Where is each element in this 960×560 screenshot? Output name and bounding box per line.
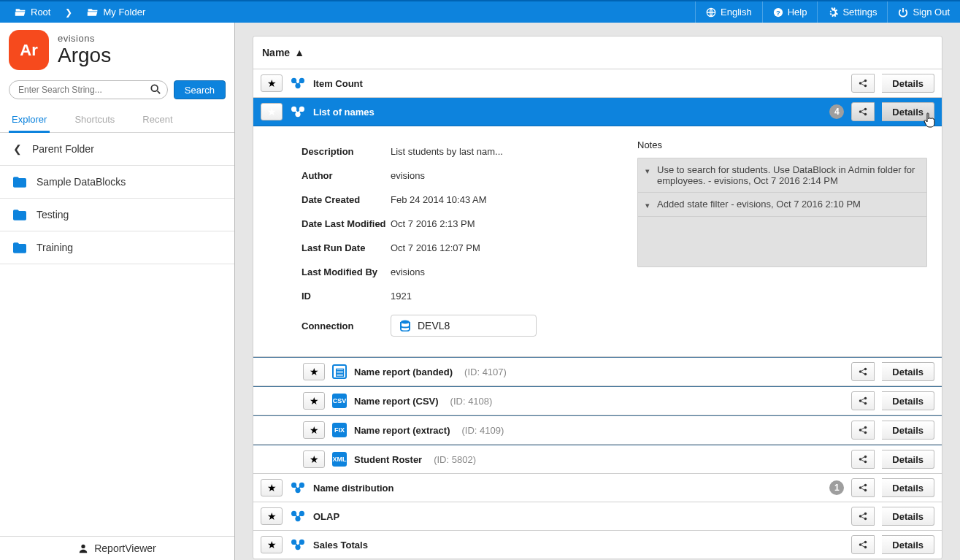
meta-val-description: List students by last nam... [391, 146, 503, 157]
favorite-button[interactable]: ★ [261, 479, 283, 496]
favorite-button[interactable]: ★ [261, 74, 283, 92]
details-button[interactable]: Details [882, 535, 934, 554]
svg-point-22 [864, 397, 867, 400]
datablock-row-item-count[interactable]: ★ Item Count Details [253, 69, 942, 98]
favorite-button[interactable]: ★ [303, 421, 325, 439]
details-button[interactable]: Details [882, 102, 934, 121]
settings-label: Settings [842, 7, 877, 18]
report-row-banded[interactable]: ★ ▤ Name report (banded) (ID: 4107) Deta… [253, 357, 942, 386]
meta-label-lastrun: Last Run Date [302, 242, 391, 253]
current-user: ReportViewer [94, 542, 156, 554]
parent-folder[interactable]: ❮ Parent Folder [0, 133, 234, 166]
details-button[interactable]: Details [882, 391, 934, 410]
favorite-button[interactable]: ★ [261, 507, 283, 525]
meta-label-id: ID [302, 291, 391, 302]
breadcrumb-root[interactable]: Root [7, 7, 58, 18]
note-text: Use to search for students. Use DataBloc… [657, 164, 919, 186]
details-button[interactable]: Details [882, 478, 934, 497]
folder-label: Sample DataBlocks [37, 176, 126, 188]
share-button[interactable] [851, 391, 875, 410]
favorite-button[interactable]: ★ [303, 450, 325, 468]
note-item[interactable]: ▾ Use to search for students. Use DataBl… [638, 158, 926, 193]
meta-val-id: 1921 [391, 291, 412, 302]
sidebar-footer: ReportViewer [0, 536, 234, 560]
datablock-icon [290, 77, 306, 90]
search-button[interactable]: Search [174, 80, 226, 99]
search-input[interactable] [9, 80, 168, 99]
datablock-icon [290, 481, 306, 494]
notes-count-badge: 4 [829, 104, 844, 119]
folder-icon [13, 177, 26, 188]
meta-val-modified: Oct 7 2016 2:13 PM [391, 218, 475, 229]
connection-value: DEVL8 [418, 320, 450, 331]
gear-icon [828, 7, 838, 18]
tab-shortcuts[interactable]: Shortcuts [72, 108, 118, 132]
datablock-row-sales-totals[interactable]: ★ Sales Totals Details [253, 531, 942, 559]
parent-folder-label: Parent Folder [32, 143, 94, 155]
favorite-button[interactable]: ★ [303, 363, 325, 380]
language-button[interactable]: English [695, 1, 762, 23]
meta-val-created: Feb 24 2014 10:43 AM [391, 194, 487, 205]
report-csv-icon: CSV [332, 394, 347, 408]
help-icon: ? [773, 7, 783, 18]
report-row-extract[interactable]: ★ FIX Name report (extract) (ID: 4109) D… [253, 415, 942, 445]
report-row-csv[interactable]: ★ CSV Name report (CSV) (ID: 4108) Detai… [253, 386, 942, 415]
breadcrumb-current[interactable]: My Folder [80, 7, 153, 18]
svg-point-41 [864, 518, 867, 521]
chevron-down-icon: ▾ [645, 199, 650, 210]
details-button[interactable]: Details [882, 507, 934, 526]
datablock-row-name-distribution[interactable]: ★ Name distribution 1 Details [253, 474, 942, 502]
connection-select[interactable]: DEVL8 [391, 315, 537, 337]
sort-asc-icon: ▲ [294, 47, 304, 58]
folder-list: ❮ Parent Folder Sample DataBlocks Testin… [0, 133, 234, 264]
share-button[interactable] [851, 450, 875, 469]
tab-recent[interactable]: Recent [139, 108, 175, 132]
list-header-label: Name [262, 47, 290, 58]
share-button[interactable] [851, 362, 875, 381]
note-item[interactable]: ▾ Added state filter - evisions, Oct 7 2… [638, 193, 926, 217]
search-icon[interactable] [150, 84, 161, 94]
meta-val-modby: evisions [391, 266, 425, 277]
list-sort-header[interactable]: Name ▲ [253, 37, 942, 69]
share-button[interactable] [851, 74, 875, 93]
folder-icon [13, 210, 26, 220]
share-button[interactable] [851, 535, 875, 554]
meta-label-connection: Connection [302, 321, 391, 331]
details-button[interactable]: Details [882, 421, 934, 440]
favorite-button[interactable]: ★ [303, 392, 325, 410]
folder-sample-datablocks[interactable]: Sample DataBlocks [0, 166, 234, 199]
row-id: (ID: 4107) [464, 367, 507, 377]
brand-big: Argos [58, 44, 111, 67]
brand-badge: Ar [9, 30, 49, 70]
favorite-button[interactable]: ★ [261, 536, 283, 553]
svg-point-47 [864, 546, 867, 549]
tab-explorer[interactable]: Explorer [9, 108, 50, 133]
brand-small: evisions [58, 33, 111, 44]
svg-point-3 [151, 85, 158, 91]
share-button[interactable] [851, 421, 875, 440]
details-button[interactable]: Details [882, 362, 934, 381]
language-label: English [721, 7, 752, 18]
svg-text:?: ? [776, 8, 780, 16]
settings-button[interactable]: Settings [817, 1, 887, 23]
row-id: (ID: 5802) [434, 454, 476, 465]
details-button[interactable]: Details [882, 450, 934, 469]
database-icon [400, 320, 410, 331]
svg-point-20 [864, 373, 867, 376]
share-button[interactable] [851, 102, 875, 121]
svg-point-17 [401, 321, 410, 324]
favorite-button[interactable]: ★ [261, 103, 283, 120]
share-button[interactable] [851, 507, 875, 526]
datablock-row-list-of-names[interactable]: ★ List of names 4 Details [253, 98, 942, 126]
signout-button[interactable]: Sign Out [887, 1, 960, 23]
share-button[interactable] [851, 478, 875, 497]
report-row-roster[interactable]: ★ XML Student Roster (ID: 5802) Details [253, 445, 942, 474]
help-button[interactable]: ? Help [762, 1, 818, 23]
svg-point-15 [864, 108, 867, 111]
svg-point-9 [864, 80, 867, 83]
folder-training[interactable]: Training [0, 231, 234, 264]
folder-testing[interactable]: Testing [0, 199, 234, 231]
datablock-row-olap[interactable]: ★ OLAP Details [253, 502, 942, 531]
svg-point-34 [864, 484, 867, 487]
details-button[interactable]: Details [882, 74, 934, 93]
